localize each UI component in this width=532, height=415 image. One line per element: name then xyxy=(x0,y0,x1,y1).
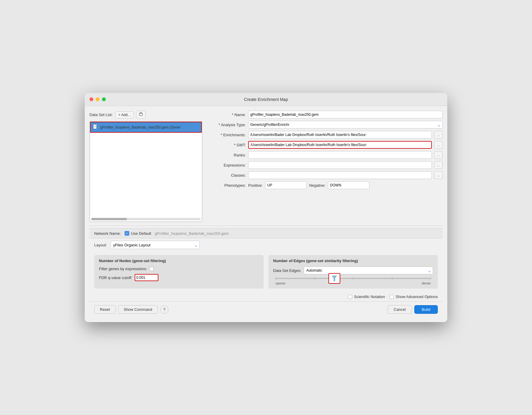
expressions-input[interactable] xyxy=(248,161,432,169)
name-input[interactable] xyxy=(248,111,443,118)
classes-browse-button[interactable]: ... xyxy=(434,171,443,179)
filter-genes-row: Filter genes by expressions: xyxy=(99,267,259,271)
dataset-scrollbar-thumb xyxy=(91,218,127,220)
add-dataset-button[interactable]: + Add... xyxy=(115,111,134,118)
slider-dense-label: dense xyxy=(422,281,431,285)
network-name-value: gProfiler_hsapiens_Baderlab_max250.gem xyxy=(155,231,438,236)
slider-tick-5 xyxy=(431,277,431,280)
slider-sparse-label: sparse xyxy=(276,281,285,285)
slider-container xyxy=(273,278,433,279)
dataset-edges-label: Data Set Edges: xyxy=(273,268,301,273)
dataset-edges-select-wrapper: Automatic ⌄ xyxy=(304,267,433,274)
main-window: Create Enrichment Map Data Set List: + A… xyxy=(85,93,447,322)
layout-label: Layout: xyxy=(94,243,107,247)
window-title: Create Enrichment Map xyxy=(244,97,288,102)
layout-section: Layout: yFiles Organic Layout ⌄ xyxy=(89,238,443,251)
svg-rect-0 xyxy=(139,113,142,116)
nodes-filter-title: Number of Nodes (gene-set filtering) xyxy=(99,259,259,263)
analysis-type-select-wrapper: Generic/gProfiler/Enrichr ⌄ xyxy=(248,121,443,129)
slider-tick-1 xyxy=(276,277,276,280)
show-advanced-checkbox[interactable] xyxy=(390,295,394,299)
show-advanced-label: Show Advanced Options xyxy=(396,294,438,299)
layout-select[interactable]: yFiles Organic Layout xyxy=(111,241,200,249)
dataset-list-item[interactable]: gProfiler_hsapiens_Baderlab_max250.gem (… xyxy=(90,122,202,133)
fdr-label: FDR q-value cutoff: xyxy=(99,275,132,280)
document-icon xyxy=(93,124,98,129)
filter-genes-label: Filter genes by expressions: xyxy=(99,267,147,271)
svg-rect-7 xyxy=(96,124,97,126)
gmt-row: * GMT: ... xyxy=(207,141,443,149)
expressions-label: Expressions: xyxy=(207,163,246,167)
positive-label: Positive: xyxy=(248,183,263,188)
ranks-label: Ranks: xyxy=(207,153,246,157)
cancel-button[interactable]: Cancel xyxy=(388,305,412,314)
slider-tick-3 xyxy=(353,277,353,280)
positive-input[interactable] xyxy=(265,181,307,189)
edges-filter-panel: Number of Edges (gene-set similarity fil… xyxy=(268,255,438,289)
dataset-list: gProfiler_hsapiens_Baderlab_max250.gem (… xyxy=(89,121,202,222)
trash-icon xyxy=(139,112,143,116)
expressions-browse-button[interactable]: ... xyxy=(434,161,443,169)
phenotypes-inputs: Positive: Negative: xyxy=(248,181,369,189)
use-default-checkbox[interactable]: ✓ xyxy=(125,231,129,236)
dataset-panel: Data Set List: + Add... xyxy=(89,111,202,222)
top-section: Data Set List: + Add... xyxy=(89,111,443,222)
show-advanced-option[interactable]: Show Advanced Options xyxy=(390,294,438,299)
slider-thumb-icon xyxy=(332,275,337,282)
classes-input[interactable] xyxy=(248,171,432,179)
network-name-label: Network Name: xyxy=(94,231,121,236)
file-icon xyxy=(93,124,98,130)
minimize-button[interactable] xyxy=(96,97,100,101)
dataset-list-label: Data Set List: xyxy=(89,113,113,117)
form-panel: * Name: * Analysis Type: Generic/gProfil… xyxy=(207,111,443,222)
dataset-edges-select[interactable]: Automatic xyxy=(304,267,433,274)
ranks-row: Ranks: ... xyxy=(207,151,443,159)
show-command-button[interactable]: Show Command xyxy=(118,305,158,314)
filtering-section: Number of Nodes (gene-set filtering) Fil… xyxy=(89,251,443,292)
nodes-filter-panel: Number of Nodes (gene-set filtering) Fil… xyxy=(94,255,264,289)
scientific-notation-option[interactable]: Scientific Notation xyxy=(348,294,385,299)
slider-tick-4 xyxy=(392,277,392,280)
filter-genes-checkbox[interactable] xyxy=(149,267,154,271)
enrichments-row: * Enrichments: ... xyxy=(207,131,443,139)
slider-labels: sparse dense xyxy=(276,281,431,285)
slider-thumb[interactable] xyxy=(328,273,340,284)
dataset-header: Data Set List: + Add... xyxy=(89,111,202,119)
fdr-input[interactable] xyxy=(135,274,158,281)
enrichments-input[interactable] xyxy=(248,131,432,139)
phenotypes-label: Phenotypes: xyxy=(207,183,246,188)
top-divider xyxy=(89,226,443,226)
negative-input[interactable] xyxy=(328,181,369,189)
maximize-button[interactable] xyxy=(102,97,106,101)
ranks-input[interactable] xyxy=(248,151,432,159)
scientific-notation-checkbox[interactable] xyxy=(348,295,352,299)
close-button[interactable] xyxy=(89,97,93,101)
enrichments-browse-button[interactable]: ... xyxy=(434,131,443,139)
enrichments-label: * Enrichments: xyxy=(207,133,246,137)
help-button[interactable]: ? xyxy=(160,305,169,314)
fdr-row: FDR q-value cutoff: xyxy=(99,274,259,281)
classes-label: Classes: xyxy=(207,173,246,178)
gmt-input[interactable] xyxy=(248,141,432,149)
gmt-browse-button[interactable]: ... xyxy=(434,141,443,149)
build-button[interactable]: Build xyxy=(414,305,438,314)
reset-button[interactable]: Reset xyxy=(94,305,116,314)
dataset-edges-row: Data Set Edges: Automatic ⌄ xyxy=(273,267,433,274)
content-area: Data Set List: + Add... xyxy=(85,106,447,322)
similarity-slider-section: sparse dense xyxy=(273,278,433,285)
layout-select-wrapper: yFiles Organic Layout ⌄ xyxy=(111,241,200,249)
analysis-type-select[interactable]: Generic/gProfiler/Enrichr xyxy=(248,121,443,129)
phenotypes-row: Phenotypes: Positive: Negative: xyxy=(207,181,443,189)
dataset-item-label: gProfiler_hsapiens_Baderlab_max250.gem (… xyxy=(100,125,181,129)
window-controls xyxy=(89,97,106,101)
delete-dataset-button[interactable] xyxy=(136,111,146,119)
gmt-label: * GMT: xyxy=(207,143,246,147)
use-default-label: Use Default xyxy=(131,231,151,236)
dataset-scrollbar[interactable] xyxy=(91,218,201,220)
bottom-options: Scientific Notation Show Advanced Option… xyxy=(89,292,443,301)
svg-marker-10 xyxy=(332,276,337,281)
slider-tick-2 xyxy=(314,277,315,280)
scientific-notation-label: Scientific Notation xyxy=(354,294,385,299)
ranks-browse-button[interactable]: ... xyxy=(434,151,443,159)
name-label: * Name: xyxy=(207,113,246,117)
